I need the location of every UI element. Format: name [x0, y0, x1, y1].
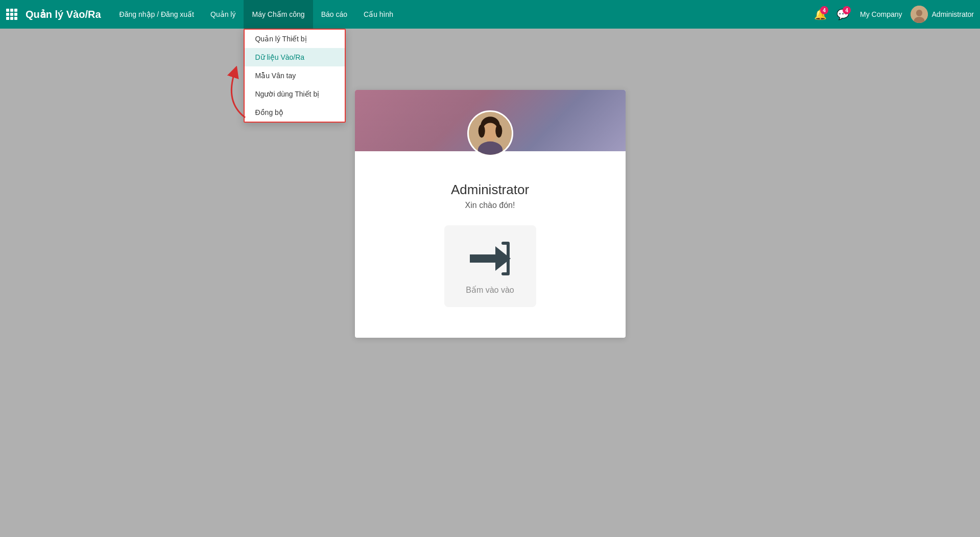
notifications-button[interactable]: 🔔 4	[811, 5, 829, 24]
nav-cau-hinh[interactable]: Cấu hình	[355, 0, 401, 29]
brand[interactable]: Quản lý Vào/Ra	[6, 8, 101, 20]
main-content: Administrator Xin chào đón! Bấm vào vào	[0, 29, 980, 338]
navbar: Quản lý Vào/Ra Đăng nhập / Đăng xuất Quả…	[0, 0, 980, 29]
nav-right: 🔔 4 💬 4 My Company Administrator	[811, 5, 974, 24]
nav-dang-nhap[interactable]: Đăng nhập / Đăng xuất	[111, 0, 202, 29]
svg-point-6	[478, 124, 485, 137]
messages-button[interactable]: 💬 4	[833, 5, 852, 24]
nav-may-cham-cong[interactable]: Máy Chấm công Quản lý Thiết bị Dữ liệu V…	[244, 0, 313, 29]
notifications-badge: 4	[820, 6, 828, 14]
checkin-label: Bấm vào vào	[466, 285, 514, 295]
nav-quan-ly[interactable]: Quản lý	[202, 0, 244, 29]
welcome-text: Xin chào đón!	[465, 201, 515, 210]
svg-point-7	[495, 124, 502, 137]
company-name[interactable]: My Company	[856, 10, 906, 18]
dropdown-nguoi-dung-thiet-bi[interactable]: Người dùng Thiết bị	[245, 85, 345, 103]
nav-bao-cao[interactable]: Báo cáo	[313, 0, 355, 29]
arrow-indicator	[214, 61, 255, 125]
user-avatar	[467, 110, 513, 156]
admin-name[interactable]: Administrator	[932, 10, 974, 18]
avatar[interactable]	[911, 6, 928, 23]
dropdown-quan-ly-thiet-bi[interactable]: Quản lý Thiết bị	[245, 30, 345, 48]
svg-point-1	[916, 10, 922, 16]
grid-icon	[6, 9, 17, 20]
card-header	[355, 90, 626, 151]
dropdown-dong-bo[interactable]: Đồng bộ	[245, 103, 345, 122]
card-body: Administrator Xin chào đón! Bấm vào vào	[355, 151, 626, 338]
dropdown-mau-van-tay[interactable]: Mẫu Vân tay	[245, 66, 345, 85]
user-card: Administrator Xin chào đón! Bấm vào vào	[355, 90, 626, 338]
checkin-icon	[467, 238, 513, 279]
dropdown-du-lieu-vao-ra[interactable]: Dữ liệu Vào/Ra	[245, 48, 345, 66]
checkin-button[interactable]: Bấm vào vào	[444, 225, 536, 307]
messages-badge: 4	[843, 6, 851, 14]
brand-title: Quản lý Vào/Ra	[26, 8, 101, 20]
user-name: Administrator	[451, 182, 529, 198]
nav-menu: Đăng nhập / Đăng xuất Quản lý Máy Chấm c…	[111, 0, 811, 29]
may-cham-cong-dropdown: Quản lý Thiết bị Dữ liệu Vào/Ra Mẫu Vân …	[244, 29, 346, 123]
